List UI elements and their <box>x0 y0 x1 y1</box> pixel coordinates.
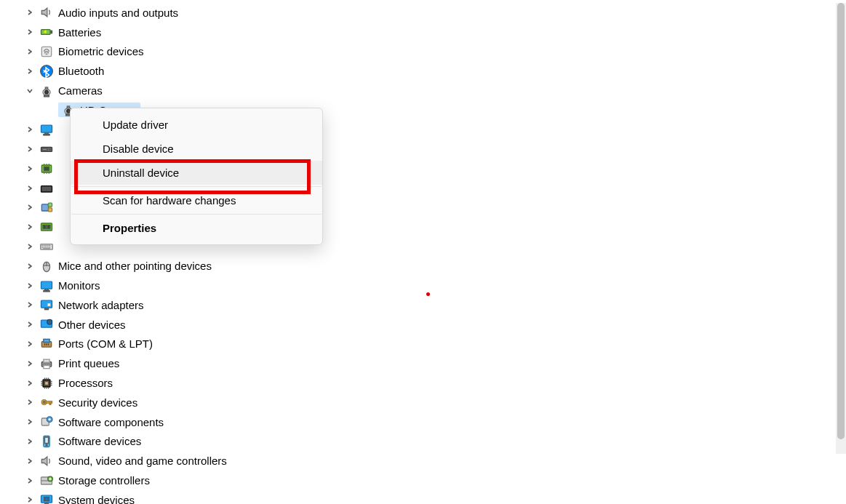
chevron-right-icon[interactable] <box>25 47 35 57</box>
tree-item-label: Software devices <box>58 435 141 447</box>
chevron-right-icon[interactable] <box>25 144 35 154</box>
chevron-right-icon[interactable] <box>25 359 35 369</box>
svg-rect-26 <box>43 225 46 229</box>
svg-rect-23 <box>49 204 52 207</box>
svg-rect-7 <box>44 95 49 96</box>
chevron-right-icon[interactable] <box>25 476 35 486</box>
chevron-right-icon[interactable] <box>25 222 35 232</box>
svg-text:?: ? <box>49 320 51 324</box>
menu-item-disable-device[interactable]: Disable device <box>71 137 322 161</box>
imaging-icon <box>39 200 54 215</box>
menu-item-update-driver[interactable]: Update driver <box>71 113 322 137</box>
svg-rect-39 <box>44 339 49 342</box>
svg-point-3 <box>41 65 53 77</box>
chevron-right-icon[interactable] <box>25 281 35 291</box>
chevron-right-icon[interactable] <box>25 378 35 388</box>
monitor-blue-icon <box>39 122 54 137</box>
chevron-right-icon[interactable] <box>25 339 35 349</box>
drive-icon <box>39 142 54 156</box>
tree-item-label: Batteries <box>58 26 101 39</box>
menu-item-properties[interactable]: Properties <box>71 216 322 240</box>
mouse-icon <box>39 259 54 273</box>
svg-rect-57 <box>44 497 49 501</box>
keyboard-icon <box>39 239 54 254</box>
bluetooth-icon <box>39 64 54 79</box>
tree-item-label: Network adapters <box>58 299 144 311</box>
chevron-down-icon[interactable] <box>25 86 35 96</box>
chevron-right-icon[interactable] <box>25 397 35 407</box>
svg-point-5 <box>45 90 49 94</box>
chevron-right-icon[interactable] <box>25 300 35 310</box>
context-menu[interactable]: Update driverDisable deviceUninstall dev… <box>70 108 323 245</box>
svg-point-46 <box>43 401 45 404</box>
chevron-right-icon[interactable] <box>25 7 35 17</box>
tree-item[interactable]: Processors <box>25 373 846 393</box>
hid-icon <box>39 181 54 196</box>
chevron-right-icon[interactable] <box>25 164 35 174</box>
chevron-right-icon[interactable] <box>25 319 35 329</box>
board-icon <box>39 220 54 234</box>
menu-item-uninstall-device[interactable]: Uninstall device <box>71 161 322 185</box>
svg-rect-42 <box>44 365 49 368</box>
chevron-right-icon[interactable] <box>25 66 35 76</box>
tree-item[interactable]: Batteries <box>25 23 846 42</box>
chevron-right-icon[interactable] <box>25 183 35 193</box>
tree-item[interactable]: Software devices <box>25 432 846 452</box>
tree-item[interactable]: Storage controllers <box>25 471 846 490</box>
annotation-dot <box>426 292 430 296</box>
svg-rect-17 <box>42 148 47 151</box>
tree-item[interactable]: Biometric devices <box>25 42 846 62</box>
tree-item[interactable]: Audio inputs and outputs <box>25 3 846 23</box>
tree-item-label: Mice and other pointing devices <box>58 260 212 272</box>
svg-rect-30 <box>41 281 52 289</box>
tree-item[interactable]: Bluetooth <box>25 61 846 81</box>
tree-item[interactable]: Mice and other pointing devices <box>25 256 846 276</box>
tree-item-label: Audio inputs and outputs <box>58 7 178 19</box>
svg-rect-10 <box>67 106 69 108</box>
chevron-right-icon[interactable] <box>25 417 35 427</box>
menu-separator <box>71 186 322 187</box>
chevron-right-icon[interactable] <box>25 124 35 135</box>
chevron-right-icon[interactable] <box>25 27 35 37</box>
tree-item[interactable]: Print queues <box>25 353 846 373</box>
svg-point-53 <box>46 444 47 446</box>
svg-rect-34 <box>45 308 49 310</box>
tree-item[interactable]: Cameras <box>25 81 846 100</box>
svg-rect-22 <box>41 204 48 211</box>
tree-item[interactable]: Sound, video and game controllers <box>25 451 846 471</box>
tree-item[interactable]: Software components <box>25 412 846 432</box>
svg-rect-48 <box>49 403 51 405</box>
firmware-icon <box>39 161 54 176</box>
svg-rect-6 <box>45 87 47 89</box>
tree-item[interactable]: System devices <box>25 490 846 504</box>
tree-item-label: Biometric devices <box>58 45 144 57</box>
svg-rect-32 <box>44 290 49 291</box>
svg-rect-12 <box>41 125 52 132</box>
device-tree[interactable]: Audio inputs and outputsBatteriesBiometr… <box>0 0 846 504</box>
tree-item[interactable]: Security devices <box>25 393 846 412</box>
tree-item[interactable]: Monitors <box>25 276 846 295</box>
chevron-right-icon[interactable] <box>25 202 35 212</box>
svg-point-16 <box>49 149 51 151</box>
tree-item[interactable]: ?Other devices <box>25 315 846 335</box>
chevron-right-icon[interactable] <box>25 495 35 504</box>
tree-item[interactable]: Network adapters <box>25 295 846 315</box>
menu-item-scan-for-hardware-changes[interactable]: Scan for hardware changes <box>71 188 322 212</box>
chevron-right-icon[interactable] <box>25 436 35 447</box>
tree-item-label: Security devices <box>58 396 137 409</box>
chevron-right-icon[interactable] <box>25 456 35 466</box>
scrollbar-vertical[interactable] <box>836 3 846 454</box>
other-icon: ? <box>39 317 54 332</box>
tree-item-label: Other devices <box>58 319 126 331</box>
chevron-right-icon[interactable] <box>25 261 35 271</box>
speaker-icon <box>39 454 54 468</box>
chevron-right-icon[interactable] <box>25 241 35 252</box>
svg-rect-24 <box>49 208 52 212</box>
camera-icon <box>39 84 54 98</box>
tree-item-label: Processors <box>58 377 113 389</box>
speaker-icon <box>39 5 54 20</box>
svg-rect-19 <box>44 167 49 170</box>
scrollbar-thumb[interactable] <box>837 3 845 439</box>
tree-item[interactable]: Ports (COM & LPT) <box>25 335 846 354</box>
menu-separator <box>71 214 322 215</box>
